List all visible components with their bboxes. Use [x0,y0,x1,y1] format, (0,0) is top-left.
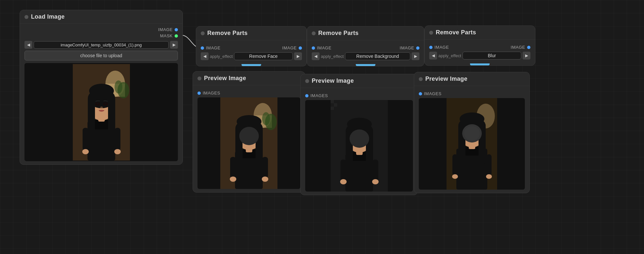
preview-1-woman-figure [220,97,277,189]
preview-2-body: images [301,88,417,195]
load-image-body: IMAGE MASK ◀ imageComfyUI_temp_uizfp_000… [20,24,182,164]
remove-parts-node-2: Remove Parts image IMAGE ◀ apply_effect … [307,26,424,66]
remove-parts-3-body: image IMAGE ◀ apply_effect Blur ▶ [425,40,535,63]
rp1-image-input-label: image [206,45,220,50]
pv1-images-input-label: images [203,91,220,95]
rp3-effect-selector: Blur [463,52,521,59]
remove-parts-2-title: Remove Parts [318,30,359,37]
remove-parts-1-title: Remove Parts [207,30,248,37]
rp2-tab [356,64,375,66]
svg-rect-43 [331,100,334,103]
rp2-effect-next-button[interactable]: ▶ [412,52,419,60]
rp1-image-input-dot [201,46,204,50]
svg-point-13 [90,89,113,101]
remove-parts-3-status-dot [429,31,433,35]
preview-2-title: Preview Image [312,77,354,84]
rp1-effect-prev-button[interactable]: ◀ [201,52,209,60]
rp1-image-output-label: IMAGE [282,45,297,50]
svg-rect-45 [331,107,334,110]
svg-point-55 [350,129,369,148]
rp1-tab [242,64,261,66]
svg-point-21 [82,149,89,154]
rp3-effect-value: Blur [465,53,519,58]
pv2-images-input-label: images [310,93,328,98]
rp2-image-output-label: IMAGE [400,45,414,50]
preview-3-header: Preview Image [414,72,529,86]
remove-parts-2-header: Remove Parts [307,26,424,40]
svg-point-59 [372,179,379,184]
svg-rect-56 [340,160,346,181]
svg-rect-20 [115,128,120,151]
mask-output-label: MASK [160,33,173,38]
rp2-image-input-label: image [317,45,331,50]
rp1-image-output-dot [299,46,302,50]
remove-parts-2-status-dot [312,31,316,35]
preview-3-woman-figure [447,98,497,190]
svg-point-22 [114,149,121,154]
remove-parts-1-header: Remove Parts [196,26,306,40]
image-output-port-row: IMAGE [24,27,178,32]
rp3-image-output-dot [527,46,530,49]
rp3-effect-next-button[interactable]: ▶ [523,52,530,59]
rp2-effect-value: Remove Background [347,54,408,59]
filename-prev-button[interactable]: ◀ [24,41,32,49]
pv3-images-port-row: images [419,91,525,96]
rp1-effect-selector: Remove Face [234,52,293,60]
pv1-images-port-row: images [197,91,300,95]
svg-rect-38 [230,157,236,178]
upload-button[interactable]: choose file to upload [24,51,178,60]
rp2-effect-prev-button[interactable]: ◀ [312,52,320,60]
svg-point-37 [239,127,259,145]
remove-parts-3-title: Remove Parts [436,29,476,36]
remove-parts-node-3: Remove Parts image IMAGE ◀ apply_effect … [424,25,535,66]
filename-next-button[interactable]: ▶ [170,41,178,49]
preview-node-2: Preview Image images [300,74,418,195]
preview-node-1: Preview Image images [193,71,305,193]
rp1-effect-next-button[interactable]: ▶ [294,52,302,60]
rp3-tab [470,63,490,65]
preview-node-3: Preview Image images [414,72,530,193]
filename-row: ◀ imageComfyUI_temp_uizfp_00034_(1).png … [24,41,178,49]
svg-point-76 [486,174,492,179]
load-image-header: Load Image [20,10,182,24]
svg-point-58 [340,179,347,184]
pv2-images-port-row: images [305,93,413,98]
rp1-effect-value: Remove Face [236,54,291,59]
rp3-image-input-dot [429,46,432,49]
preview-1-header: Preview Image [193,72,305,85]
preview-1-status-dot [197,76,201,80]
rp2-image-output-dot [416,46,419,50]
load-image-preview [24,63,178,161]
remove-parts-3-header: Remove Parts [425,26,535,40]
svg-rect-11 [108,97,115,139]
rp2-apply-effect-row: ◀ apply_effect Remove Background ▶ [312,52,419,60]
mask-output-dot [175,34,178,38]
preview-3-status-dot [419,77,423,81]
remove-parts-2-body: image IMAGE ◀ apply_effect Remove Backgr… [307,40,424,63]
svg-point-72 [464,126,480,141]
remove-parts-1-status-dot [201,31,205,35]
preview-3-body: images [414,86,529,193]
rp2-image-input-dot [312,46,315,50]
preview-3-image-container [419,98,525,190]
pv2-images-input-dot [305,94,308,97]
svg-rect-44 [334,103,337,107]
preview-1-title: Preview Image [204,75,246,82]
preview-2-image-container [305,100,413,192]
svg-point-75 [452,174,458,179]
rp3-apply-label: apply_effect [438,53,461,58]
original-woman-figure [73,64,130,161]
svg-rect-39 [262,157,268,178]
rp2-effect-selector: Remove Background [345,52,410,60]
svg-rect-57 [372,160,378,181]
preview-2-woman-figure [331,100,388,192]
svg-point-18 [100,107,103,109]
svg-point-41 [262,177,268,182]
svg-rect-19 [83,128,88,151]
load-image-status-dot [24,15,28,19]
preview-1-image-container [197,97,300,189]
preview-2-status-dot [305,79,309,83]
rp3-effect-prev-button[interactable]: ◀ [429,52,437,59]
preview-2-header: Preview Image [301,74,417,88]
image-output-dot [175,28,178,31]
